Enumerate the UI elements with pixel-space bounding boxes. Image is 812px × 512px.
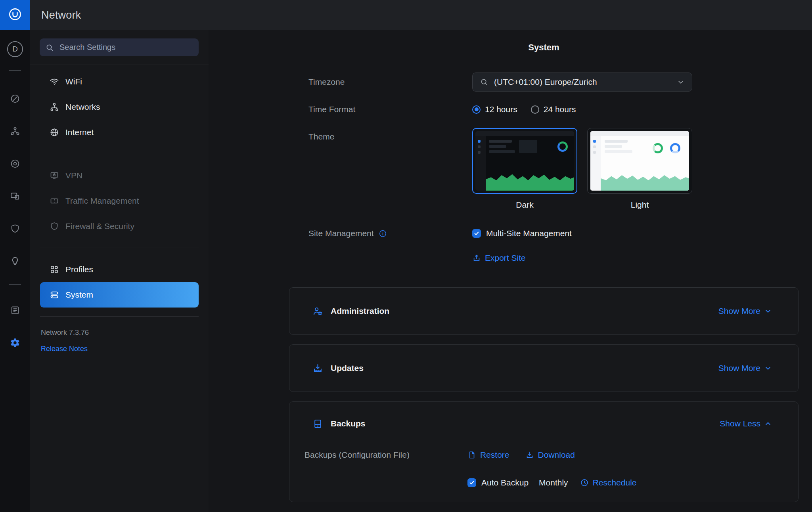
auto-backup-checkbox-group[interactable]: Auto Backup: [467, 478, 529, 487]
traffic-icon: [50, 196, 59, 206]
administration-show-more[interactable]: Show More: [718, 306, 772, 316]
sidebar-item-firewall-security[interactable]: Firewall & Security: [40, 214, 199, 239]
theme-row: Theme: [308, 128, 812, 210]
system-icon: [50, 290, 59, 300]
preview-area-chart: [486, 170, 574, 191]
sidebar-divider: [40, 316, 199, 317]
wifi-icon: [50, 77, 59, 86]
clock-icon: [580, 478, 589, 487]
sidebar-item-profiles[interactable]: Profiles: [40, 257, 199, 282]
shield-icon: [50, 222, 59, 231]
backup-frequency-value: Monthly: [539, 478, 568, 487]
theme-options: Dark: [472, 128, 692, 210]
preview-decoration: [590, 136, 601, 191]
administration-header: Administration: [312, 306, 389, 317]
updates-show-more[interactable]: Show More: [718, 363, 772, 373]
show-more-label: Show More: [718, 363, 760, 373]
unifi-logo-icon: [8, 7, 23, 23]
preview-decoration: [489, 145, 506, 148]
console-avatar[interactable]: D: [7, 41, 23, 57]
theme-option-dark[interactable]: Dark: [472, 128, 577, 210]
updates-card: Updates Show More: [289, 344, 799, 392]
settings-nav: WiFi Networks Internet VPN: [30, 65, 209, 353]
theme-preview-dark: [472, 128, 577, 194]
sidebar-item-system[interactable]: System: [40, 282, 199, 308]
show-less-label: Show Less: [720, 419, 760, 428]
reschedule-label: Reschedule: [593, 478, 637, 487]
theme-light-label: Light: [587, 200, 692, 210]
settings-search[interactable]: [40, 38, 199, 56]
release-notes-link[interactable]: Release Notes: [41, 345, 88, 353]
export-site-row: Export Site: [308, 249, 812, 267]
page-title: System: [528, 42, 559, 53]
radio-unselected-icon: [531, 105, 539, 114]
auto-backup-label: Auto Backup: [481, 478, 529, 487]
preview-decoration: [475, 131, 574, 136]
radio-label: 24 hours: [544, 105, 576, 114]
updates-header: Updates: [312, 363, 364, 374]
reschedule-link[interactable]: Reschedule: [580, 478, 637, 487]
info-icon[interactable]: [379, 229, 387, 238]
restore-label: Restore: [480, 450, 509, 460]
backups-header: Backups Show Less: [289, 402, 798, 445]
backups-config-actions: Restore Download: [467, 450, 575, 460]
sidebar-item-label: Traffic Management: [65, 196, 139, 206]
radio-24-hours[interactable]: 24 hours: [531, 105, 576, 114]
search-icon: [480, 78, 488, 86]
time-format-row: Time Format 12 hours 24 hours: [308, 100, 812, 118]
sidebar-item-wifi[interactable]: WiFi: [40, 69, 199, 94]
time-format-label: Time Format: [308, 105, 472, 114]
protect-shield-icon[interactable]: [10, 224, 20, 234]
preview-decoration: [605, 140, 628, 143]
restore-button[interactable]: Restore: [467, 450, 509, 460]
settings-gear-icon[interactable]: [10, 338, 20, 348]
chevron-down-icon: [764, 307, 772, 315]
chevron-up-icon: [764, 420, 772, 428]
sidebar-item-traffic-management[interactable]: Traffic Management: [40, 188, 199, 214]
preview-decoration: [519, 140, 537, 153]
chevron-down-icon: [677, 78, 685, 86]
profiles-icon: [50, 265, 59, 274]
devices-app-icon[interactable]: [10, 191, 20, 201]
sidebar-item-label: Networks: [65, 102, 100, 112]
target-app-icon[interactable]: [10, 159, 20, 169]
checkbox-checked-icon: [467, 478, 476, 487]
topology-app-icon[interactable]: [10, 126, 20, 136]
radio-12-hours[interactable]: 12 hours: [472, 105, 517, 114]
vpn-icon: [50, 171, 59, 180]
sidebar-item-vpn[interactable]: VPN: [40, 163, 199, 188]
system-log-icon[interactable]: [10, 305, 20, 315]
preview-decoration: [489, 150, 515, 153]
theme-label: Theme: [308, 128, 472, 141]
timezone-value: (UTC+01:00) Europe/Zurich: [494, 77, 677, 87]
sidebar-item-networks[interactable]: Networks: [40, 94, 199, 120]
globe-icon: [50, 128, 59, 137]
site-management-label-text: Site Management: [308, 229, 374, 238]
administration-title: Administration: [331, 306, 389, 316]
download-icon: [525, 451, 534, 459]
export-site-link[interactable]: Export Site: [472, 253, 526, 263]
download-button[interactable]: Download: [525, 450, 575, 460]
insights-bulb-icon[interactable]: [10, 256, 20, 266]
timezone-select[interactable]: (UTC+01:00) Europe/Zurich: [472, 73, 692, 92]
theme-option-light[interactable]: Light: [587, 128, 692, 210]
backups-config-label: Backups (Configuration File): [304, 450, 467, 460]
rail-divider: [9, 284, 21, 285]
preview-decoration: [557, 141, 568, 152]
sidebar-item-label: System: [65, 290, 93, 300]
sidebar-item-internet[interactable]: Internet: [40, 120, 199, 145]
show-more-label: Show More: [718, 306, 760, 316]
search-input[interactable]: [59, 42, 193, 52]
backups-show-less[interactable]: Show Less: [720, 419, 772, 428]
updates-download-icon: [312, 363, 323, 374]
radio-label: 12 hours: [485, 105, 517, 114]
sidebar-item-label: Internet: [65, 128, 94, 137]
unifi-logo-tile[interactable]: [0, 0, 30, 30]
timezone-label: Timezone: [308, 77, 472, 87]
settings-cards: Administration Show More Updates Show Mo…: [289, 287, 799, 502]
console-dashboard-icon[interactable]: [10, 94, 20, 104]
sidebar-footer: Network 7.3.76 Release Notes: [40, 329, 199, 353]
multi-site-checkbox-group[interactable]: Multi-Site Management: [472, 229, 572, 238]
theme-preview-light: [587, 128, 692, 194]
time-format-options: 12 hours 24 hours: [472, 105, 576, 114]
